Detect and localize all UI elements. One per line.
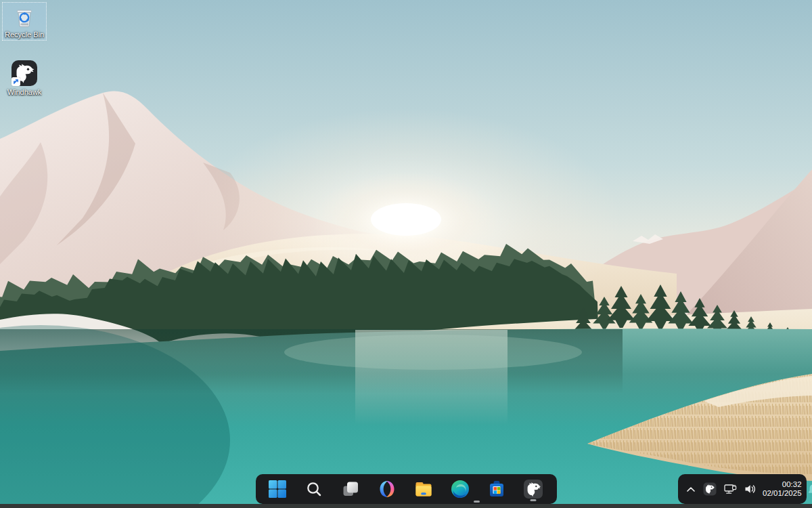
taskbar [256, 474, 557, 504]
copilot-icon [377, 479, 397, 499]
windhawk-taskbar-button[interactable] [520, 475, 547, 503]
recycle-bin-label: Recycle Bin [5, 30, 44, 39]
file-explorer-icon [413, 479, 434, 499]
desktop-icon-windhawk[interactable]: Windhawk [2, 57, 47, 98]
clock[interactable]: 00:32 02/01/2025 [763, 480, 802, 499]
search-icon [304, 479, 324, 499]
windhawk-icon [523, 479, 543, 499]
task-view-button[interactable] [337, 475, 364, 503]
windows-start-icon [267, 479, 288, 499]
search-button[interactable] [300, 475, 328, 503]
edge-button[interactable] [447, 475, 474, 503]
screen-bottom-strip [0, 504, 812, 508]
windhawk-label: Windhawk [7, 88, 42, 96]
clock-date: 02/01/2025 [763, 489, 802, 499]
running-indicator [531, 499, 537, 501]
network-button[interactable] [723, 478, 738, 501]
running-indicator [474, 501, 480, 503]
edge-icon [450, 479, 470, 499]
clock-time: 00:32 [763, 480, 802, 490]
microsoft-store-icon [487, 479, 507, 499]
chevron-up-icon [686, 486, 696, 492]
show-hidden-icons-button[interactable] [685, 478, 697, 501]
desktop-wallpaper [0, 0, 812, 508]
file-explorer-button[interactable] [410, 475, 437, 503]
network-ethernet-icon [724, 484, 737, 495]
start-button[interactable] [264, 475, 291, 503]
recycle-bin-icon [12, 5, 37, 29]
notifications-button[interactable] [807, 478, 812, 501]
shortcut-arrow-icon [12, 77, 20, 86]
system-tray: 00:32 02/01/2025 [678, 474, 807, 504]
windhawk-tray-icon-button[interactable] [702, 478, 718, 501]
copilot-button[interactable] [374, 475, 401, 503]
windhawk-tray-icon [703, 482, 717, 496]
task-view-icon [340, 479, 361, 499]
volume-button[interactable] [743, 478, 758, 501]
notification-bell-icon [808, 484, 812, 495]
store-button[interactable] [483, 475, 510, 503]
volume-icon [744, 484, 757, 494]
desktop-icon-recycle-bin[interactable]: Recycle Bin [2, 2, 47, 41]
